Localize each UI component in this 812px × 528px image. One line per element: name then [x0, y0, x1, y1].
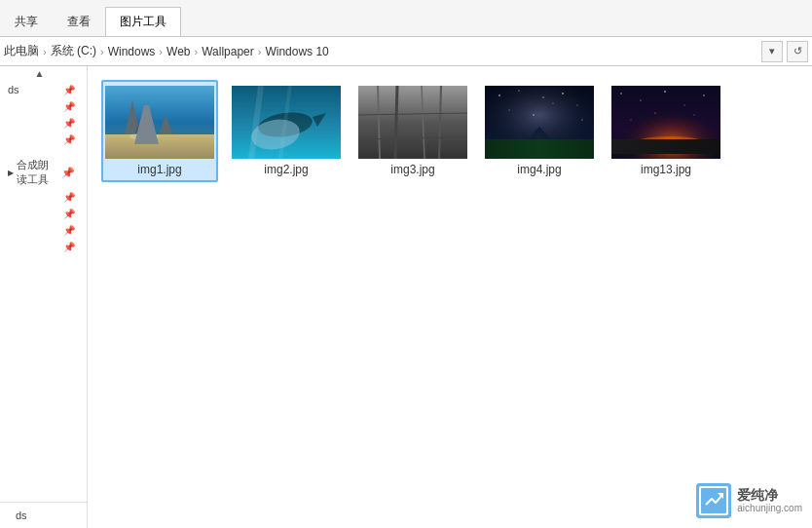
- breadcrumb-web[interactable]: Web: [166, 45, 190, 58]
- watermark-logo: [696, 483, 731, 518]
- sidebar-item-2[interactable]: 📌: [0, 98, 79, 115]
- sidebar-item-5[interactable]: 📌: [0, 189, 79, 206]
- sidebar-item-3[interactable]: 📌: [0, 115, 79, 132]
- file-name-img1: img1.jpg: [137, 163, 181, 176]
- file-thumbnail-img4: [485, 86, 594, 159]
- file-thumbnail-img2: [232, 86, 341, 159]
- watermark: 爱纯净 aichunjing.com: [696, 483, 802, 518]
- file-item-img2[interactable]: img2.jpg: [228, 80, 345, 182]
- pin-icon-5: 📌: [63, 192, 75, 203]
- pin-icon-section: 📌: [61, 167, 75, 179]
- sidebar-label-bottom: ds: [16, 509, 27, 521]
- sidebar-section-tools[interactable]: ▶ 合成朗读工具 📌: [0, 156, 79, 189]
- svg-point-5: [129, 132, 159, 140]
- file-name-img4: img4.jpg: [517, 163, 561, 176]
- file-name-img3: img3.jpg: [390, 163, 434, 176]
- pin-icon-1: 📌: [63, 85, 75, 95]
- section-gap: [0, 148, 79, 156]
- watermark-brand-url: aichunjing.com: [737, 503, 802, 514]
- main-layout: ▲ ds 📌 📌 📌 📌 ▶ 合成朗读工具 📌: [0, 66, 812, 528]
- svg-point-26: [533, 114, 534, 115]
- dropdown-button[interactable]: ▾: [761, 41, 783, 62]
- svg-point-21: [518, 90, 519, 91]
- file-item-img1[interactable]: img1.jpg: [101, 80, 218, 182]
- sep5: ›: [258, 46, 262, 57]
- svg-rect-6: [232, 86, 341, 159]
- file-item-img4[interactable]: img4.jpg: [481, 80, 598, 182]
- svg-rect-19: [485, 86, 594, 159]
- sidebar-item-7[interactable]: 📌: [0, 222, 79, 239]
- sep3: ›: [159, 46, 163, 57]
- breadcrumb-pc[interactable]: 此电脑: [4, 43, 39, 59]
- sidebar-item-4[interactable]: 📌: [0, 132, 79, 148]
- file-item-img13[interactable]: img13.jpg: [608, 80, 724, 182]
- sidebar-scroll-up[interactable]: ▲: [0, 66, 79, 81]
- sidebar-item-8[interactable]: 📌: [0, 239, 79, 255]
- sep4: ›: [195, 46, 199, 57]
- pin-icon-2: 📌: [63, 101, 75, 112]
- sidebar-label-ds1: ds: [8, 84, 19, 95]
- svg-point-23: [562, 93, 564, 94]
- svg-point-24: [576, 104, 577, 105]
- sep1: ›: [43, 46, 47, 57]
- svg-rect-45: [696, 483, 731, 518]
- sep2: ›: [100, 46, 104, 57]
- refresh-button[interactable]: ↺: [787, 41, 808, 62]
- address-bar: 此电脑 › 系统 (C:) › Windows › Web › Wallpape…: [0, 37, 812, 66]
- svg-point-27: [553, 103, 554, 104]
- svg-point-44: [636, 136, 704, 148]
- svg-point-32: [532, 140, 547, 146]
- section-arrow-icon: ▶: [8, 169, 14, 177]
- breadcrumb-windows10[interactable]: Windows 10: [265, 45, 328, 58]
- watermark-brand-name: 爱纯净: [737, 487, 802, 504]
- pin-icon-4: 📌: [63, 134, 75, 145]
- pin-icon-6: 📌: [63, 208, 75, 219]
- file-thumbnail-img13: [611, 86, 720, 159]
- breadcrumb[interactable]: 此电脑 › 系统 (C:) › Windows › Web › Wallpape…: [4, 43, 757, 59]
- svg-rect-29: [485, 144, 594, 159]
- svg-point-22: [542, 96, 543, 97]
- file-grid: img1.jpg: [97, 76, 802, 186]
- pin-icon-8: 📌: [63, 242, 75, 252]
- svg-line-13: [395, 86, 397, 159]
- tab-view[interactable]: 查看: [53, 7, 105, 36]
- sidebar-items: ▲ ds 📌 📌 📌 📌 ▶ 合成朗读工具 📌: [0, 66, 87, 502]
- file-name-img13: img13.jpg: [641, 163, 691, 176]
- tab-picture-tools[interactable]: 图片工具: [105, 7, 181, 36]
- file-item-img3[interactable]: img3.jpg: [354, 80, 471, 182]
- content-area: img1.jpg: [88, 66, 812, 528]
- sidebar-item-bottom[interactable]: ds: [8, 507, 79, 524]
- tab-share[interactable]: 共享: [0, 7, 53, 36]
- breadcrumb-c[interactable]: 系统 (C:): [51, 43, 96, 59]
- svg-rect-46: [700, 487, 727, 514]
- file-thumbnail-img1: [105, 86, 214, 159]
- svg-point-28: [581, 119, 582, 120]
- sidebar: ▲ ds 📌 📌 📌 📌 ▶ 合成朗读工具 📌: [0, 66, 88, 528]
- svg-rect-43: [611, 86, 720, 159]
- file-thumbnail-img3: [358, 86, 467, 159]
- address-actions: ▾ ↺: [761, 41, 808, 62]
- svg-point-20: [498, 94, 500, 96]
- svg-rect-11: [358, 86, 467, 159]
- sidebar-item-6[interactable]: 📌: [0, 206, 79, 222]
- breadcrumb-wallpaper[interactable]: Wallpaper: [202, 45, 254, 58]
- breadcrumb-windows[interactable]: Windows: [108, 45, 156, 58]
- svg-point-25: [509, 110, 510, 111]
- file-name-img2: img2.jpg: [264, 163, 308, 176]
- svg-rect-1: [105, 134, 214, 159]
- ribbon: 共享 查看 图片工具: [0, 0, 812, 37]
- section-label-text: 合成朗读工具: [17, 158, 58, 187]
- watermark-text: 爱纯净 aichunjing.com: [737, 487, 802, 515]
- pin-icon-3: 📌: [63, 118, 75, 129]
- sidebar-item-ds1[interactable]: ds 📌: [0, 81, 79, 98]
- pin-icon-7: 📌: [63, 225, 75, 236]
- svg-marker-47: [718, 493, 723, 499]
- sidebar-bottom: ds: [0, 502, 87, 528]
